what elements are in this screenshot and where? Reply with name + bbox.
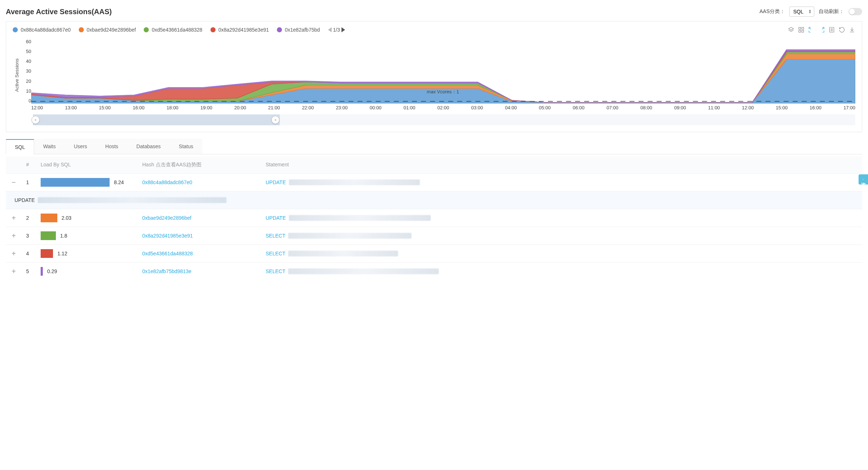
load-value: 2.03	[62, 215, 71, 221]
scrub-handle-right[interactable]: ≡	[271, 116, 279, 124]
expand-icon[interactable]: +	[12, 232, 26, 239]
statement-keyword: SELECT	[266, 268, 285, 274]
legend-dot-icon	[210, 27, 216, 32]
load-bar	[41, 249, 53, 258]
table-row: − 1 8.24 0x88c4a88dadc867e0 UPDATE	[6, 173, 862, 191]
classify-label: AAS分类：	[760, 8, 785, 15]
refresh-label: 自动刷新：	[819, 8, 844, 15]
detail-redacted	[38, 197, 226, 203]
statement-keyword: SELECT	[266, 251, 285, 256]
row-detail: UPDATE	[6, 191, 862, 209]
statement-keyword: SELECT	[266, 233, 285, 239]
row-index: 4	[26, 251, 41, 256]
col-index: #	[26, 162, 41, 168]
collapse-icon[interactable]: −	[12, 179, 26, 186]
tab-users[interactable]: Users	[65, 139, 97, 154]
tab-databases[interactable]: Databases	[127, 139, 170, 154]
legend-item[interactable]: 0x88c4a88dadc867e0	[13, 27, 71, 33]
legend-item[interactable]: 0x8a292d41985e3e91	[210, 27, 269, 33]
statement-keyword: UPDATE	[266, 215, 286, 221]
refresh-icon[interactable]	[839, 27, 845, 33]
legend-item[interactable]: 0x1e82afb75bd	[277, 27, 320, 33]
download-icon[interactable]	[849, 27, 855, 33]
max-vcores-annotation: max Vcores：1	[427, 89, 459, 95]
hash-link[interactable]: 0x1e82afb75bd9813e	[142, 268, 266, 274]
load-value: 0.29	[47, 268, 57, 274]
col-load: Load By SQL	[41, 162, 142, 168]
classify-select[interactable]: SQL	[789, 7, 814, 17]
tab-waits[interactable]: Waits	[34, 139, 65, 154]
svg-rect-3	[799, 31, 801, 32]
scrub-handle-left[interactable]: ≡	[32, 116, 40, 124]
legend-label: 0xbae9d249e2896bef	[87, 27, 136, 33]
expand-icon[interactable]: +	[12, 268, 26, 275]
row-index: 2	[26, 215, 41, 221]
layers-icon[interactable]	[788, 27, 794, 33]
legend-dot-icon	[79, 27, 84, 32]
row-index: 1	[26, 179, 41, 185]
statement-redacted	[289, 179, 420, 185]
sql-table: # Load By SQL Hash 点击查看AAS趋势图 Statement …	[6, 157, 862, 280]
svg-rect-2	[802, 27, 804, 29]
y-ticks: 0102030405060	[21, 39, 31, 112]
svg-rect-4	[802, 31, 804, 32]
load-value: 1.12	[57, 251, 67, 256]
load-bar	[41, 231, 56, 240]
detail-keyword: UPDATE	[15, 197, 35, 203]
list-icon[interactable]	[828, 27, 835, 33]
row-index: 5	[26, 268, 41, 274]
statement-redacted	[289, 215, 431, 221]
svg-line-6	[822, 27, 824, 29]
auto-refresh-toggle[interactable]	[848, 8, 862, 15]
feedback-tab[interactable]: 咨询·建议	[859, 174, 868, 185]
page-title: Average Active Sessions(AAS)	[6, 8, 112, 16]
grid-icon[interactable]	[798, 27, 804, 33]
expand-icon[interactable]: +	[12, 214, 26, 222]
x-ticks: 12:0013:0015:0016:0018:0019:0020:0021:00…	[31, 104, 855, 110]
svg-line-5	[809, 27, 811, 29]
chart-panel: 0x88c4a88dadc867e00xbae9d249e2896bef0xd5…	[6, 21, 862, 132]
svg-rect-1	[799, 27, 801, 29]
legend-item[interactable]: 0xbae9d249e2896bef	[79, 27, 136, 33]
legend-item[interactable]: 0xd5e43661da488328	[144, 27, 202, 33]
col-hash: Hash 点击查看AAS趋势图	[142, 162, 266, 168]
legend-dot-icon	[277, 27, 282, 32]
legend-label: 0x88c4a88dadc867e0	[21, 27, 71, 33]
load-bar	[41, 214, 57, 222]
y-axis-label: Active Sessions	[13, 58, 21, 92]
statement-keyword: UPDATE	[266, 179, 286, 185]
tabs: SQLWaitsUsersHostsDatabasesStatus	[6, 139, 862, 154]
expand-icon[interactable]: +	[12, 250, 26, 257]
hash-link[interactable]: 0x88c4a88dadc867e0	[142, 179, 266, 185]
table-row: + 4 1.12 0xd5e43661da488328 SELECT	[6, 244, 862, 262]
legend-dot-icon	[144, 27, 149, 32]
tab-sql[interactable]: SQL	[6, 139, 34, 154]
legend-label: 0xd5e43661da488328	[152, 27, 202, 33]
chart-toolbar	[788, 27, 855, 33]
tab-hosts[interactable]: Hosts	[96, 139, 127, 154]
hash-link[interactable]: 0x8a292d41985e3e91	[142, 233, 266, 239]
hash-link[interactable]: 0xd5e43661da488328	[142, 251, 266, 256]
legend-pager: 1/3	[333, 27, 340, 33]
statement-redacted	[288, 268, 438, 274]
statement-redacted	[288, 251, 398, 256]
tab-status[interactable]: Status	[170, 139, 202, 154]
zoom-out-icon[interactable]	[818, 27, 825, 33]
svg-marker-0	[789, 27, 794, 30]
table-row: + 5 0.29 0x1e82afb75bd9813e SELECT	[6, 262, 862, 280]
load-value: 1.8	[60, 233, 67, 239]
table-row: + 2 2.03 0xbae9d249e2896bef UPDATE	[6, 209, 862, 227]
legend-dot-icon	[13, 27, 18, 32]
legend-label: 0x8a292d41985e3e91	[218, 27, 269, 33]
col-statement: Statement	[266, 162, 856, 168]
legend-prev-icon[interactable]	[328, 27, 332, 32]
legend-next-icon[interactable]	[341, 27, 345, 32]
table-row: + 3 1.8 0x8a292d41985e3e91 SELECT	[6, 227, 862, 244]
time-scrubber[interactable]: ≡ ≡	[33, 114, 855, 125]
statement-redacted	[288, 233, 411, 239]
hash-link[interactable]: 0xbae9d249e2896bef	[142, 215, 266, 221]
legend-label: 0x1e82afb75bd	[285, 27, 320, 33]
load-bar	[41, 178, 110, 187]
zoom-in-icon[interactable]	[808, 27, 815, 33]
load-bar	[41, 267, 43, 276]
